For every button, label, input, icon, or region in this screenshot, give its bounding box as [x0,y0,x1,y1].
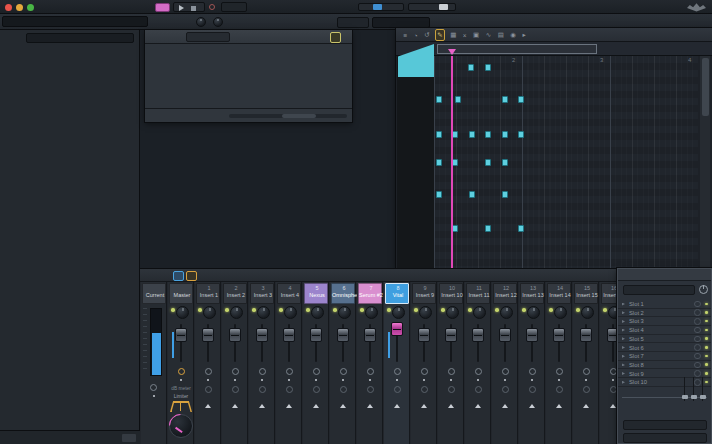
mixer-strip-insert-4[interactable]: 4Insert 4 [276,282,302,444]
strip-pan-knob[interactable] [176,306,189,319]
midi-note[interactable] [502,159,508,166]
stereo-separation-icon[interactable] [502,368,509,375]
strip-mute-led[interactable] [360,308,364,312]
slot-mix-knob[interactable] [694,327,701,334]
strip-sep-knob[interactable] [232,386,239,393]
strip-pan-knob[interactable] [257,306,270,319]
pattern-selector[interactable] [155,3,170,12]
stereo-separation-icon[interactable] [313,368,320,375]
slot-enable-led[interactable] [705,303,708,306]
volume-fader[interactable] [337,328,349,342]
slot-mix-knob[interactable] [694,336,701,343]
slice-tool-icon[interactable]: ∿ [484,30,492,40]
strip-sep-knob[interactable] [394,386,401,393]
browser-search-input[interactable] [26,33,134,43]
midi-note[interactable] [452,225,458,232]
strip-sep-knob[interactable] [313,386,320,393]
midi-note[interactable] [485,225,491,232]
mixer-strip-insert-1[interactable]: 1Insert 1 [195,282,221,444]
plugin-selector[interactable] [623,285,695,295]
volume-fader[interactable] [364,328,376,342]
effect-slot-4[interactable]: Slot 4 [618,326,711,335]
volume-fader[interactable] [391,322,403,336]
strip-mute-led[interactable] [252,308,256,312]
effect-slot-5[interactable]: Slot 5 [618,335,711,344]
strip-sep-knob[interactable] [448,386,455,393]
strip-header[interactable]: 12Insert 12 [493,283,517,304]
volume-fader[interactable] [256,328,268,342]
sidechain-selector[interactable] [623,433,707,443]
strip-sep-knob[interactable] [421,386,428,393]
strip-route-arrow[interactable] [502,404,508,408]
strip-route-arrow[interactable] [556,404,562,408]
slot-mix-knob[interactable] [694,301,701,308]
midi-note[interactable] [436,191,442,198]
strip-mute-led[interactable] [549,308,553,312]
strip-mute-led[interactable] [576,308,580,312]
mini-fader-cap[interactable] [700,395,706,399]
promo-banner[interactable] [528,16,598,29]
strip-mute-led[interactable] [333,308,337,312]
strip-sep-knob[interactable] [367,386,374,393]
midi-note[interactable] [485,64,491,71]
volume-slider-thumb[interactable] [439,4,448,10]
strip-pan-knob[interactable] [419,306,432,319]
volume-fader[interactable] [472,328,484,342]
strip-sep-knob[interactable] [286,386,293,393]
strip-pan-knob[interactable] [500,306,513,319]
strip-route-arrow[interactable] [232,404,238,408]
strip-mute-led[interactable] [495,308,499,312]
stereo-separation-icon[interactable] [556,368,563,375]
midi-note[interactable] [436,159,442,166]
strip-pan-knob[interactable] [581,306,594,319]
rack-keyboard-toggle[interactable] [330,32,341,43]
plugin-panel-titlebar[interactable] [618,269,711,281]
strip-route-arrow[interactable] [448,404,454,408]
volume-fader[interactable] [580,328,592,342]
effect-slot-8[interactable]: Slot 8 [618,361,711,370]
undo-icon[interactable]: ↺ [423,30,431,40]
strip-header[interactable]: Current [142,283,166,304]
select-tool-icon[interactable]: ▤ [496,30,505,40]
volume-fader[interactable] [526,328,538,342]
pr-scroll-thumb[interactable] [702,58,709,116]
stereo-separation-icon[interactable] [340,368,347,375]
strip-mute-led[interactable] [279,308,283,312]
strip-mute-led[interactable] [306,308,310,312]
slot-mix-knob[interactable] [694,362,701,369]
paint-tool-icon[interactable]: ▦ [449,30,458,40]
stereo-separation-icon[interactable] [529,368,536,375]
strip-mute-led[interactable] [603,308,607,312]
mixer-strip-omnisphere[interactable]: 6Omnisphere [330,282,356,444]
strip-route-arrow[interactable] [367,404,373,408]
stereo-separation-icon[interactable] [286,368,293,375]
strip-header[interactable]: 3Insert 3 [250,283,274,304]
strip-pan-knob[interactable] [338,306,351,319]
strip-route-arrow[interactable] [286,404,292,408]
master-pan-big-knob[interactable] [169,414,193,438]
draw-tool-icon[interactable]: ✎ [435,29,445,41]
window-zoom-button[interactable] [27,4,34,11]
strip-sep-knob[interactable] [502,386,509,393]
strip-mute-led[interactable] [225,308,229,312]
strip-mute-led[interactable] [171,308,175,312]
slot-enable-led[interactable] [705,355,708,358]
window-close-button[interactable] [5,4,12,11]
strip-pan-knob[interactable] [473,306,486,319]
magnet-icon[interactable]: ◔ [412,31,419,40]
strip-pan-knob[interactable] [203,306,216,319]
mixer-strip-insert-13[interactable]: 13Insert 13 [519,282,545,444]
piano-roll-titlebar[interactable]: ≡◔↺✎▦×▣∿▤◉▸ [396,28,712,42]
strip-pan-knob[interactable] [446,306,459,319]
midi-note[interactable] [502,131,508,138]
mixer-strip-insert-11[interactable]: 11Insert 11 [465,282,491,444]
stop-button[interactable] [191,6,196,11]
strip-route-arrow[interactable] [340,404,346,408]
stereo-separation-icon[interactable] [421,368,428,375]
mixer-strip-insert-3[interactable]: 3Insert 3 [249,282,275,444]
midi-note[interactable] [469,131,475,138]
focused-window-field[interactable] [372,17,430,28]
mixer-strip-current[interactable]: Current [141,282,167,444]
stereo-separation-icon[interactable] [394,368,401,375]
strip-header[interactable]: 9Insert 9 [412,283,436,304]
